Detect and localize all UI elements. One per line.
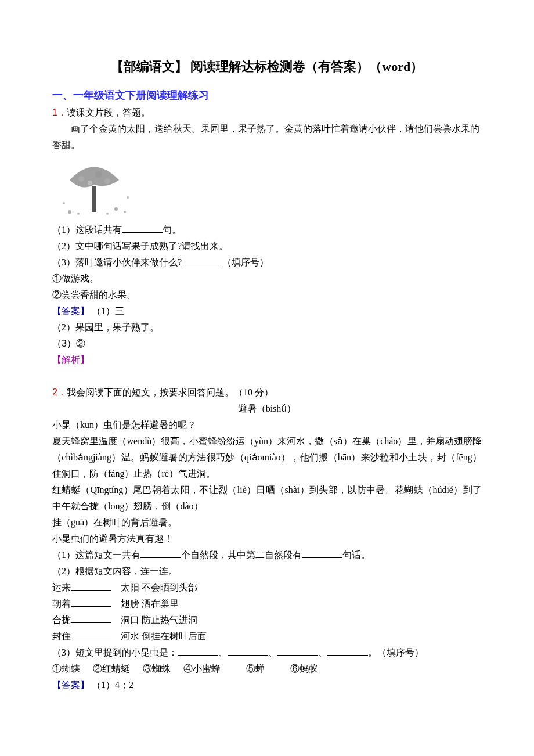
q2-number: 2． bbox=[52, 387, 67, 397]
q2-ans1: （1）4；2 bbox=[92, 680, 134, 690]
row-right: 洞口 防止热气进洞 bbox=[121, 615, 197, 625]
blank bbox=[71, 639, 111, 639]
q1-ans1: （1）三 bbox=[92, 306, 124, 316]
q2-sub1-c: 句话。 bbox=[342, 550, 370, 560]
q1-sub2: （2）文中哪句话写果子成熟了?请找出来。 bbox=[52, 238, 482, 254]
svg-point-12 bbox=[106, 213, 109, 215]
q2-sub1-b: 个自然段，其中第二自然段有 bbox=[181, 550, 302, 560]
row-right: 翅膀 洒在巢里 bbox=[121, 599, 179, 609]
q1-opt1: ①做游戏。 bbox=[52, 271, 482, 287]
blank bbox=[327, 655, 368, 656]
q2-p5: 小昆虫们的避暑方法真有趣！ bbox=[52, 531, 482, 547]
q2-stem-line: 2．我会阅读下面的短文，按要求回答问题。（10 分） bbox=[52, 384, 482, 401]
q2-match-row4: 封住 河水 倒挂在树叶后面 bbox=[52, 628, 482, 645]
autumn-tree-image bbox=[52, 157, 139, 219]
q1-opt2: ②尝尝香甜的水果。 bbox=[52, 287, 482, 303]
q1-sub1-b: 句。 bbox=[163, 225, 181, 235]
q2-sub3-a: （3）短文里提到的小昆虫是： bbox=[52, 647, 178, 657]
q1-stem: 读课文片段，答题。 bbox=[67, 107, 150, 117]
q1-stem-line: 1．读课文片段，答题。 bbox=[52, 105, 482, 121]
blank bbox=[140, 557, 181, 558]
q2-match-row2: 朝着 翅膀 洒在巢里 bbox=[52, 596, 482, 612]
svg-point-10 bbox=[124, 211, 126, 213]
blank bbox=[71, 622, 111, 623]
svg-rect-1 bbox=[92, 186, 96, 212]
q2-sub1: （1）这篇短文一共有个自然段，其中第二自然段有句话。 bbox=[52, 547, 482, 563]
q2-passage-title: 避暑（bìshǔ） bbox=[52, 401, 482, 417]
svg-point-6 bbox=[68, 210, 71, 214]
q2-sub1-a: （1）这篇短文一共有 bbox=[52, 550, 140, 560]
q2-sub3: （3）短文里提到的小昆虫是：、、、。（填序号） bbox=[52, 645, 482, 661]
q1-sub3-b: （填序号） bbox=[222, 257, 269, 267]
svg-point-8 bbox=[127, 196, 129, 199]
q2-answer-line1: 【答案】 （1）4；2 bbox=[52, 677, 482, 693]
svg-point-7 bbox=[114, 207, 118, 211]
q1-answer-line1: 【答案】 （1）三 bbox=[52, 303, 482, 319]
row-left: 封住 bbox=[52, 631, 71, 641]
opt: ⑤蝉 bbox=[246, 664, 265, 674]
q2-match-row1: 运来 太阳 不会晒到头部 bbox=[52, 579, 482, 596]
blank bbox=[122, 232, 163, 233]
page-title: 【部编语文】 阅读理解达标检测卷（有答案）（word） bbox=[52, 58, 482, 75]
q2-p3: 红蜻蜓（Qīngtíng）尾巴朝着太阳，不让烈（liè）日晒（shài）到头部，… bbox=[52, 482, 482, 514]
q1-number: 1． bbox=[52, 107, 67, 117]
blank bbox=[71, 590, 111, 591]
sep: 、 bbox=[218, 647, 228, 657]
q1-sub3: （3）落叶邀请小伙伴来做什么?（填序号） bbox=[52, 254, 482, 271]
svg-point-2 bbox=[78, 176, 84, 182]
q2-p2: 夏天蜂窝里温度（wēndù）很高，小蜜蜂纷纷运（yùn）来河水，撒（sǎ）在巢（… bbox=[52, 433, 482, 482]
svg-point-3 bbox=[95, 171, 102, 178]
blank bbox=[228, 655, 268, 656]
blank bbox=[71, 606, 111, 607]
q1-ans3: （3）② bbox=[52, 336, 482, 352]
svg-point-9 bbox=[63, 202, 65, 204]
answer-label: 【答案】 bbox=[52, 680, 89, 690]
svg-point-11 bbox=[77, 213, 80, 215]
row-right: 太阳 不会晒到头部 bbox=[121, 582, 197, 592]
q2-sub2: （2）根据短文内容，连一连。 bbox=[52, 563, 482, 579]
sep: 、 bbox=[318, 647, 327, 657]
q1-analysis: 【解析】 bbox=[52, 352, 482, 368]
answer-label: 【答案】 bbox=[52, 306, 89, 316]
blank bbox=[302, 557, 342, 558]
blank bbox=[277, 655, 318, 656]
q2-options: ①蝴蝶②红蜻蜓③蜘蛛④小蜜蜂⑤蝉⑥蚂蚁 bbox=[52, 661, 482, 677]
row-left: 运来 bbox=[52, 582, 71, 592]
sep: 、 bbox=[268, 647, 277, 657]
q2-p1: 小昆（kūn）虫们是怎样避暑的呢？ bbox=[52, 417, 482, 433]
q1-ans2: （2）果园里，果子熟了。 bbox=[52, 319, 482, 336]
blank bbox=[178, 655, 218, 656]
opt: ⑥蚂蚁 bbox=[290, 664, 318, 674]
section-heading: 一、一年级语文下册阅读理解练习 bbox=[52, 88, 482, 102]
row-left: 朝着 bbox=[52, 599, 71, 609]
q1-passage: 画了个金黄的太阳，送给秋天。果园里，果子熟了。金黄的落叶忙着邀请小伙伴，请他们尝… bbox=[52, 121, 482, 153]
q2-p4: 挂（guà）在树叶的背后避暑。 bbox=[52, 514, 482, 531]
q2-match-row3: 合拢 洞口 防止热气进洞 bbox=[52, 612, 482, 628]
svg-point-4 bbox=[104, 178, 110, 184]
analysis-label: 【解析】 bbox=[52, 355, 89, 365]
opt: ②红蜻蜓 bbox=[93, 664, 130, 674]
q2-sub3-e: 。（填序号） bbox=[368, 647, 424, 657]
q2-stem: 我会阅读下面的短文，按要求回答问题。（10 分） bbox=[67, 387, 273, 397]
opt: ④小蜜蜂 bbox=[183, 664, 221, 674]
blank bbox=[182, 265, 222, 265]
q1-sub1-a: （1）这段话共有 bbox=[52, 225, 122, 235]
svg-point-5 bbox=[88, 181, 92, 185]
row-left: 合拢 bbox=[52, 615, 71, 625]
row-right: 河水 倒挂在树叶后面 bbox=[121, 631, 207, 641]
opt: ①蝴蝶 bbox=[52, 664, 80, 674]
q1-sub1: （1）这段话共有句。 bbox=[52, 222, 482, 238]
q1-sub3-a: （3）落叶邀请小伙伴来做什么? bbox=[52, 257, 182, 267]
opt: ③蜘蛛 bbox=[143, 664, 171, 674]
